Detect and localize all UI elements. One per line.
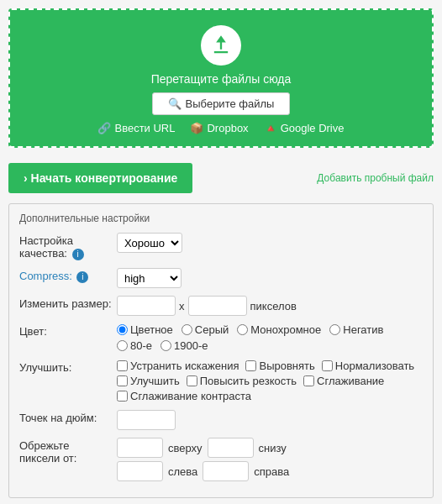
top-start-convert-button[interactable]: › Начать конвертирование [8,163,192,193]
enhance-normalize[interactable]: Нормализовать [322,360,414,372]
upload-drag-text: Перетащите файлы сюда [151,72,292,86]
link-icon: 🔗 [97,122,111,134]
color-radio-negative[interactable]: Негатив [329,323,383,336]
quality-row: Настройка качества: i Хорошо Лучше Лучше… [19,233,423,260]
color-radio-color[interactable]: Цветное [117,323,173,336]
upload-svg [209,34,233,57]
top-start-convert-label: › Начать конвертирование [24,171,177,185]
choose-files-label: Выберите файлы [186,97,275,110]
crop-top-label: сверху [168,442,203,454]
enhance-improve[interactable]: Улучшить [117,375,180,387]
compress-info-icon[interactable]: i [76,271,88,283]
compress-select[interactable]: high medium low [117,268,182,288]
quality-control: Хорошо Лучше Лучшее [117,233,423,253]
color-label: Цвет: [19,323,112,338]
enhance-smooth[interactable]: Сглаживание [303,375,384,387]
enhance-control: Устранить искажения Выровнять Нормализов… [117,360,423,402]
dropbox-link[interactable]: 📦 Dropbox [190,122,248,134]
resize-width-input[interactable] [117,296,176,316]
enhance-label: Улучшить: [19,360,112,374]
crop-rows-container: сверху снизу слева справа [117,438,289,481]
color-control: Цветное Серый Монохромное Негатив 80-е 1… [117,323,423,352]
crop-left-input[interactable] [117,461,163,481]
dpi-input[interactable] [117,410,176,430]
color-radio-mono[interactable]: Монохромное [237,323,321,336]
enhance-smooth-contrast[interactable]: Сглаживание контраста [117,390,251,402]
enhance-row: Улучшить: Устранить искажения Выровнять … [19,360,423,402]
additional-settings-section: Дополнительные настройки Настройка качес… [8,203,434,498]
compress-control: high medium low [117,268,423,288]
crop-control: сверху снизу слева справа [117,438,423,481]
color-radio-1900s[interactable]: 1900-е [160,339,208,352]
gdrive-link[interactable]: 🔺 Google Drive [264,122,345,134]
dpi-control [117,410,423,430]
enhance-undistort[interactable]: Устранить искажения [117,360,239,372]
dpi-label: Точек на дюйм: [19,410,112,424]
url-link[interactable]: 🔗 Ввести URL [97,122,175,134]
color-radio-80s[interactable]: 80-е [117,339,152,352]
resize-unit-label: пикселов [250,300,297,312]
quality-select[interactable]: Хорошо Лучше Лучшее [117,233,182,253]
resize-x-separator: x [179,300,185,312]
resize-row: Изменить размер: x пикселов [19,296,423,316]
dropbox-icon: 📦 [190,122,203,134]
resize-control: x пикселов [117,296,423,316]
upload-zone[interactable]: Перетащите файлы сюда 🔍 Выберите файлы 🔗… [8,8,434,148]
crop-bottom-label: снизу [259,442,287,454]
color-row: Цвет: Цветное Серый Монохромное Негатив … [19,323,423,352]
crop-right-input[interactable] [203,461,249,481]
top-convert-area: › Начать конвертирование Добавить пробны… [0,156,442,200]
add-sample-text: Добавить пробный файл [317,172,434,184]
add-sample-link[interactable]: Добавить пробный файл [317,172,434,184]
color-radio-grey[interactable]: Серый [182,323,229,336]
resize-label: Изменить размер: [19,296,112,310]
crop-label: Обрежьте пиксели от: [19,438,112,465]
quality-info-icon[interactable]: i [72,249,84,260]
crop-left-row: слева справа [117,461,289,481]
crop-top-input[interactable] [117,438,163,458]
compress-label: Compress: i [19,268,112,283]
crop-bottom-input[interactable] [208,438,254,458]
crop-row: Обрежьте пиксели от: сверху снизу слева … [19,438,423,481]
quality-label: Настройка качества: i [19,233,112,260]
enhance-align[interactable]: Выровнять [245,360,314,372]
gdrive-icon: 🔺 [264,122,277,134]
crop-top-row: сверху снизу [117,438,289,458]
crop-left-label: слева [168,465,197,478]
color-radio-group: Цветное Серый Монохромное Негатив 80-е 1… [117,323,423,352]
resize-height-input[interactable] [188,296,247,316]
enhance-checkbox-group: Устранить искажения Выровнять Нормализов… [117,360,423,402]
additional-settings-title: Дополнительные настройки [19,213,423,224]
search-icon: 🔍 [168,97,182,110]
compress-row: Compress: i high medium low [19,268,423,288]
choose-files-button[interactable]: 🔍 Выберите файлы [152,92,291,115]
upload-icon [201,25,241,66]
crop-right-label: справа [254,465,289,478]
upload-links: 🔗 Ввести URL 📦 Dropbox 🔺 Google Drive [97,122,344,134]
enhance-sharpen[interactable]: Повысить резкость [187,375,297,387]
dpi-row: Точек на дюйм: [19,410,423,430]
